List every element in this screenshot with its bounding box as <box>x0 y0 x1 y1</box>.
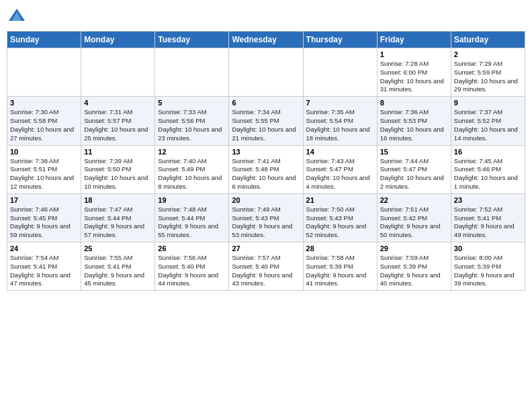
calendar-cell: 28Sunrise: 7:58 AM Sunset: 5:39 PM Dayli… <box>303 242 377 291</box>
day-info: Sunrise: 7:35 AM Sunset: 5:54 PM Dayligh… <box>306 108 374 142</box>
page-header <box>7 7 525 27</box>
day-info: Sunrise: 7:28 AM Sunset: 6:00 PM Dayligh… <box>380 60 448 94</box>
day-number: 21 <box>306 196 374 204</box>
day-number: 16 <box>454 148 522 156</box>
day-number: 23 <box>454 196 522 204</box>
day-info: Sunrise: 7:34 AM Sunset: 5:55 PM Dayligh… <box>232 108 300 142</box>
day-number: 29 <box>380 244 448 253</box>
calendar-cell: 12Sunrise: 7:40 AM Sunset: 5:49 PM Dayli… <box>155 145 229 193</box>
calendar-cell: 3Sunrise: 7:30 AM Sunset: 5:58 PM Daylig… <box>7 97 81 145</box>
logo-icon <box>7 7 27 27</box>
calendar-cell: 25Sunrise: 7:55 AM Sunset: 5:41 PM Dayli… <box>81 242 155 291</box>
day-info: Sunrise: 7:39 AM Sunset: 5:50 PM Dayligh… <box>84 157 152 191</box>
calendar-table: SundayMondayTuesdayWednesdayThursdayFrid… <box>7 31 525 291</box>
day-number: 22 <box>380 196 448 204</box>
calendar-cell: 8Sunrise: 7:36 AM Sunset: 5:53 PM Daylig… <box>377 97 451 145</box>
calendar-cell: 23Sunrise: 7:52 AM Sunset: 5:41 PM Dayli… <box>451 193 525 242</box>
day-number: 2 <box>454 50 522 58</box>
day-number: 11 <box>84 148 152 156</box>
calendar-cell <box>155 48 229 97</box>
day-info: Sunrise: 7:49 AM Sunset: 5:43 PM Dayligh… <box>232 205 300 240</box>
calendar-cell <box>303 48 377 97</box>
day-info: Sunrise: 7:57 AM Sunset: 5:40 PM Dayligh… <box>232 254 300 288</box>
day-info: Sunrise: 7:44 AM Sunset: 5:47 PM Dayligh… <box>380 157 448 191</box>
day-info: Sunrise: 7:41 AM Sunset: 5:48 PM Dayligh… <box>232 157 300 191</box>
day-number: 1 <box>380 50 448 58</box>
calendar-cell <box>229 48 303 97</box>
calendar-cell: 2Sunrise: 7:29 AM Sunset: 5:59 PM Daylig… <box>451 48 525 97</box>
calendar-cell: 16Sunrise: 7:45 AM Sunset: 5:46 PM Dayli… <box>451 145 525 193</box>
weekday-header: Monday <box>81 32 155 48</box>
weekday-header: Wednesday <box>229 32 303 48</box>
day-info: Sunrise: 7:55 AM Sunset: 5:41 PM Dayligh… <box>84 254 152 288</box>
calendar-cell: 18Sunrise: 7:47 AM Sunset: 5:44 PM Dayli… <box>81 193 155 242</box>
day-info: Sunrise: 7:54 AM Sunset: 5:41 PM Dayligh… <box>10 254 78 288</box>
calendar-week-row: 3Sunrise: 7:30 AM Sunset: 5:58 PM Daylig… <box>7 97 525 145</box>
day-number: 3 <box>10 99 78 107</box>
calendar-cell: 14Sunrise: 7:43 AM Sunset: 5:47 PM Dayli… <box>303 145 377 193</box>
calendar-cell: 22Sunrise: 7:51 AM Sunset: 5:42 PM Dayli… <box>377 193 451 242</box>
calendar-cell: 9Sunrise: 7:37 AM Sunset: 5:52 PM Daylig… <box>451 97 525 145</box>
calendar-week-row: 24Sunrise: 7:54 AM Sunset: 5:41 PM Dayli… <box>7 242 525 291</box>
day-info: Sunrise: 7:43 AM Sunset: 5:47 PM Dayligh… <box>306 157 374 191</box>
logo <box>7 7 30 27</box>
calendar-cell: 19Sunrise: 7:48 AM Sunset: 5:44 PM Dayli… <box>155 193 229 242</box>
calendar-cell <box>7 48 81 97</box>
calendar-cell: 20Sunrise: 7:49 AM Sunset: 5:43 PM Dayli… <box>229 193 303 242</box>
calendar-week-row: 10Sunrise: 7:38 AM Sunset: 5:51 PM Dayli… <box>7 145 525 193</box>
calendar-cell: 1Sunrise: 7:28 AM Sunset: 6:00 PM Daylig… <box>377 48 451 97</box>
weekday-header: Thursday <box>303 32 377 48</box>
day-number: 25 <box>84 244 152 253</box>
day-info: Sunrise: 7:31 AM Sunset: 5:57 PM Dayligh… <box>84 108 152 142</box>
day-number: 14 <box>306 148 374 156</box>
day-number: 19 <box>158 196 226 204</box>
day-info: Sunrise: 7:40 AM Sunset: 5:49 PM Dayligh… <box>158 157 226 191</box>
day-info: Sunrise: 7:59 AM Sunset: 5:39 PM Dayligh… <box>380 254 448 288</box>
day-number: 28 <box>306 244 374 253</box>
calendar-cell: 10Sunrise: 7:38 AM Sunset: 5:51 PM Dayli… <box>7 145 81 193</box>
day-number: 17 <box>10 196 78 204</box>
day-info: Sunrise: 7:37 AM Sunset: 5:52 PM Dayligh… <box>454 108 522 142</box>
day-number: 26 <box>158 244 226 253</box>
day-number: 18 <box>84 196 152 204</box>
day-info: Sunrise: 7:47 AM Sunset: 5:44 PM Dayligh… <box>84 205 152 240</box>
calendar-cell: 29Sunrise: 7:59 AM Sunset: 5:39 PM Dayli… <box>377 242 451 291</box>
day-number: 6 <box>232 99 300 107</box>
day-info: Sunrise: 7:58 AM Sunset: 5:39 PM Dayligh… <box>306 254 374 288</box>
day-number: 4 <box>84 99 152 107</box>
calendar-cell: 21Sunrise: 7:50 AM Sunset: 5:43 PM Dayli… <box>303 193 377 242</box>
day-info: Sunrise: 7:29 AM Sunset: 5:59 PM Dayligh… <box>454 60 522 94</box>
calendar-cell: 26Sunrise: 7:56 AM Sunset: 5:40 PM Dayli… <box>155 242 229 291</box>
calendar-cell: 15Sunrise: 7:44 AM Sunset: 5:47 PM Dayli… <box>377 145 451 193</box>
calendar-cell: 24Sunrise: 7:54 AM Sunset: 5:41 PM Dayli… <box>7 242 81 291</box>
day-number: 15 <box>380 148 448 156</box>
day-number: 10 <box>10 148 78 156</box>
day-number: 27 <box>232 244 300 253</box>
day-number: 24 <box>10 244 78 253</box>
calendar-cell: 6Sunrise: 7:34 AM Sunset: 5:55 PM Daylig… <box>229 97 303 145</box>
day-number: 13 <box>232 148 300 156</box>
weekday-header-row: SundayMondayTuesdayWednesdayThursdayFrid… <box>7 32 525 48</box>
day-number: 20 <box>232 196 300 204</box>
day-info: Sunrise: 7:38 AM Sunset: 5:51 PM Dayligh… <box>10 157 78 191</box>
day-number: 5 <box>158 99 226 107</box>
calendar-week-row: 1Sunrise: 7:28 AM Sunset: 6:00 PM Daylig… <box>7 48 525 97</box>
calendar-cell <box>81 48 155 97</box>
calendar-cell: 30Sunrise: 8:00 AM Sunset: 5:39 PM Dayli… <box>451 242 525 291</box>
day-info: Sunrise: 7:45 AM Sunset: 5:46 PM Dayligh… <box>454 157 522 191</box>
day-info: Sunrise: 7:56 AM Sunset: 5:40 PM Dayligh… <box>158 254 226 288</box>
day-info: Sunrise: 7:51 AM Sunset: 5:42 PM Dayligh… <box>380 205 448 240</box>
day-info: Sunrise: 7:33 AM Sunset: 5:56 PM Dayligh… <box>158 108 226 142</box>
calendar-cell: 7Sunrise: 7:35 AM Sunset: 5:54 PM Daylig… <box>303 97 377 145</box>
day-number: 8 <box>380 99 448 107</box>
calendar-cell: 13Sunrise: 7:41 AM Sunset: 5:48 PM Dayli… <box>229 145 303 193</box>
calendar-week-row: 17Sunrise: 7:46 AM Sunset: 5:45 PM Dayli… <box>7 193 525 242</box>
day-number: 30 <box>454 244 522 253</box>
day-info: Sunrise: 8:00 AM Sunset: 5:39 PM Dayligh… <box>454 254 522 288</box>
day-number: 7 <box>306 99 374 107</box>
calendar-cell: 27Sunrise: 7:57 AM Sunset: 5:40 PM Dayli… <box>229 242 303 291</box>
day-info: Sunrise: 7:36 AM Sunset: 5:53 PM Dayligh… <box>380 108 448 142</box>
calendar-cell: 4Sunrise: 7:31 AM Sunset: 5:57 PM Daylig… <box>81 97 155 145</box>
weekday-header: Tuesday <box>155 32 229 48</box>
weekday-header: Friday <box>377 32 451 48</box>
